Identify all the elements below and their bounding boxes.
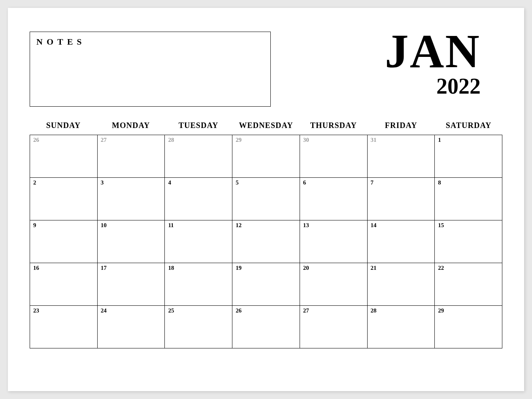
day-number: 29 — [438, 307, 499, 314]
day-number: 28 — [371, 307, 432, 314]
day-number: 8 — [438, 179, 499, 186]
calendar-cell[interactable]: 10 — [98, 220, 165, 263]
calendar-cell[interactable]: 31 — [368, 135, 435, 178]
calendar-cell[interactable]: 20 — [300, 263, 368, 306]
calendar-cell[interactable]: 8 — [435, 178, 502, 220]
notes-label: NOTES — [36, 37, 264, 47]
day-number: 2 — [33, 179, 94, 186]
day-number: 31 — [371, 137, 432, 143]
calendar-cell[interactable]: 27 — [300, 306, 368, 348]
notes-box[interactable]: NOTES — [30, 32, 271, 107]
day-number: 17 — [101, 265, 162, 271]
day-number: 26 — [33, 137, 94, 143]
day-number: 26 — [236, 307, 296, 314]
day-number: 18 — [168, 265, 229, 271]
calendar-cell[interactable]: 7 — [368, 178, 435, 220]
day-number: 23 — [33, 307, 94, 314]
calendar-cell[interactable]: 25 — [165, 306, 232, 348]
day-number: 1 — [438, 137, 499, 143]
year-title: 2022 — [385, 75, 481, 97]
day-number: 12 — [236, 222, 296, 229]
calendar-cell[interactable]: 30 — [300, 135, 368, 178]
dow-saturday: SATURDAY — [435, 119, 502, 132]
day-number: 21 — [371, 265, 432, 271]
calendar-cell[interactable]: 24 — [98, 306, 165, 348]
calendar-cell[interactable]: 26 — [232, 306, 300, 348]
day-number: 13 — [303, 222, 364, 229]
dow-friday: FRIDAY — [367, 119, 435, 132]
day-number: 25 — [168, 307, 229, 314]
day-of-week-row: SUNDAY MONDAY TUESDAY WEDNESDAY THURSDAY… — [30, 119, 502, 132]
day-number: 4 — [168, 179, 229, 186]
calendar-cell[interactable]: 18 — [165, 263, 232, 306]
calendar-cell[interactable]: 2 — [30, 178, 98, 220]
calendar-cell[interactable]: 15 — [435, 220, 502, 263]
day-number: 3 — [101, 179, 162, 186]
header-row: NOTES JAN 2022 — [30, 32, 502, 107]
calendar-cell[interactable]: 27 — [98, 135, 165, 178]
calendar-cell[interactable]: 14 — [368, 220, 435, 263]
day-number: 9 — [33, 222, 94, 229]
day-number: 6 — [303, 179, 364, 186]
calendar-grid: 2627282930311234567891011121314151617181… — [30, 135, 502, 348]
day-number: 30 — [303, 137, 364, 143]
calendar-cell[interactable]: 29 — [232, 135, 300, 178]
day-number: 11 — [168, 222, 229, 229]
calendar-cell[interactable]: 13 — [300, 220, 368, 263]
calendar-cell[interactable]: 17 — [98, 263, 165, 306]
calendar: SUNDAY MONDAY TUESDAY WEDNESDAY THURSDAY… — [30, 119, 502, 348]
dow-monday: MONDAY — [97, 119, 165, 132]
day-number: 28 — [168, 137, 229, 143]
day-number: 24 — [101, 307, 162, 314]
calendar-cell[interactable]: 23 — [30, 306, 98, 348]
day-number: 5 — [236, 179, 296, 186]
day-number: 22 — [438, 265, 499, 271]
calendar-cell[interactable]: 28 — [165, 135, 232, 178]
day-number: 10 — [101, 222, 162, 229]
month-title: JAN — [385, 28, 481, 75]
calendar-cell[interactable]: 3 — [98, 178, 165, 220]
dow-tuesday: TUESDAY — [165, 119, 232, 132]
calendar-cell[interactable]: 29 — [435, 306, 502, 348]
day-number: 14 — [371, 222, 432, 229]
day-number: 15 — [438, 222, 499, 229]
day-number: 29 — [236, 137, 296, 143]
calendar-cell[interactable]: 5 — [232, 178, 300, 220]
day-number: 27 — [303, 307, 364, 314]
day-number: 19 — [236, 265, 296, 271]
calendar-cell[interactable]: 22 — [435, 263, 502, 306]
day-number: 16 — [33, 265, 94, 271]
calendar-cell[interactable]: 28 — [368, 306, 435, 348]
day-number: 7 — [371, 179, 432, 186]
title-block: JAN 2022 — [385, 28, 502, 97]
day-number: 27 — [101, 137, 162, 143]
day-number: 20 — [303, 265, 364, 271]
dow-wednesday: WEDNESDAY — [232, 119, 300, 132]
dow-thursday: THURSDAY — [300, 119, 367, 132]
calendar-cell[interactable]: 16 — [30, 263, 98, 306]
calendar-cell[interactable]: 1 — [435, 135, 502, 178]
calendar-cell[interactable]: 9 — [30, 220, 98, 263]
calendar-cell[interactable]: 19 — [232, 263, 300, 306]
calendar-cell[interactable]: 6 — [300, 178, 368, 220]
calendar-cell[interactable]: 11 — [165, 220, 232, 263]
calendar-cell[interactable]: 21 — [368, 263, 435, 306]
calendar-cell[interactable]: 26 — [30, 135, 98, 178]
dow-sunday: SUNDAY — [30, 119, 97, 132]
calendar-cell[interactable]: 12 — [232, 220, 300, 263]
calendar-cell[interactable]: 4 — [165, 178, 232, 220]
calendar-page: NOTES JAN 2022 SUNDAY MONDAY TUESDAY WED… — [8, 8, 524, 391]
